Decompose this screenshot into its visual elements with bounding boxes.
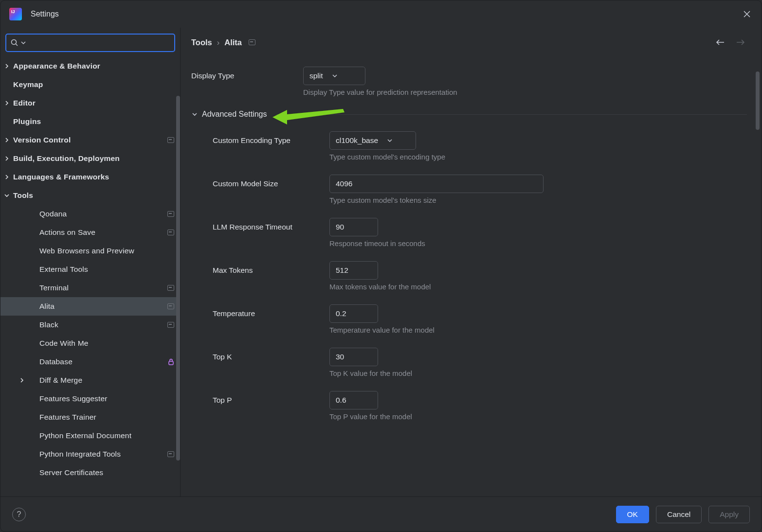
top-p-label: Top P (213, 396, 329, 405)
settings-form: Display Type split Display Type value fo… (181, 57, 762, 497)
sidebar-item-label: Python Integrated Tools (39, 450, 174, 459)
timeout-input[interactable] (329, 218, 378, 236)
breadcrumb-current: Alita (224, 38, 242, 47)
project-scope-icon (167, 230, 174, 235)
sidebar-item-languages-frameworks[interactable]: Languages & Frameworks (0, 168, 180, 186)
timeout-help: Response timeout in seconds (329, 239, 747, 248)
chevron-right-icon (4, 63, 10, 69)
sidebar-item-label: Plugins (13, 117, 174, 126)
breadcrumb-root: Tools (191, 38, 212, 47)
sidebar-item-tools[interactable]: Tools (0, 186, 180, 205)
window-title: Settings (31, 10, 59, 18)
nav-forward-button (734, 36, 747, 49)
sidebar-item-appearance-behavior[interactable]: Appearance & Behavior (0, 57, 180, 75)
sidebar-item-label: Database (39, 357, 164, 366)
sidebar-item-label: Black (39, 320, 174, 329)
sidebar-item-features-suggester[interactable]: Features Suggester (0, 390, 180, 408)
top-k-label: Top K (213, 353, 329, 361)
sidebar-item-label: Build, Execution, Deploymen (13, 154, 174, 163)
sidebar-item-alita[interactable]: Alita (0, 297, 180, 316)
sidebar-scrollbar[interactable] (176, 96, 180, 461)
project-scope-icon (167, 211, 174, 217)
chevron-down-icon (4, 193, 10, 198)
sidebar-item-editor[interactable]: Editor (0, 94, 180, 112)
svg-point-0 (12, 40, 17, 45)
sidebar-item-code-with-me[interactable]: Code With Me (0, 334, 180, 353)
nav-back-button[interactable] (714, 36, 726, 49)
display-type-value: split (309, 71, 323, 80)
sidebar-item-label: Version Control (13, 136, 174, 144)
max-tokens-help: Max tokens value for the model (329, 283, 747, 291)
sidebar-item-label: Python External Document (39, 431, 174, 440)
sidebar-item-label: Qodana (39, 210, 174, 218)
advanced-settings-header[interactable]: Advanced Settings (191, 110, 747, 119)
apply-button: Apply (708, 506, 750, 523)
sidebar-item-label: Alita (39, 302, 174, 311)
encoding-label: Custom Encoding Type (213, 136, 329, 145)
sidebar-item-plugins[interactable]: Plugins (0, 112, 180, 131)
top-k-input[interactable] (329, 348, 378, 366)
project-scope-icon (249, 39, 255, 45)
cancel-button[interactable]: Cancel (656, 506, 702, 523)
temperature-input[interactable] (329, 304, 378, 323)
sidebar-item-build-execution-deployment[interactable]: Build, Execution, Deploymen (0, 149, 180, 168)
titlebar: Settings (0, 0, 762, 28)
help-button[interactable]: ? (12, 508, 26, 521)
encoding-help: Type custom model's encoding type (329, 153, 747, 161)
project-scope-icon (167, 285, 174, 291)
app-icon (9, 8, 22, 20)
project-scope-icon (167, 322, 174, 328)
sidebar-item-label: Appearance & Behavior (13, 62, 174, 71)
sidebar-item-black[interactable]: Black (0, 316, 180, 334)
sidebar-item-label: Features Trainer (39, 413, 174, 422)
sidebar-item-label: Web Browsers and Preview (39, 247, 174, 255)
chevron-right-icon (4, 156, 10, 161)
search-input-container[interactable] (5, 34, 175, 52)
project-scope-icon (167, 303, 174, 309)
sidebar-item-actions-on-save[interactable]: Actions on Save (0, 223, 180, 242)
ok-button[interactable]: OK (616, 506, 649, 523)
settings-tree[interactable]: Appearance & BehaviorKeymapEditorPlugins… (0, 57, 180, 497)
sidebar-item-keymap[interactable]: Keymap (0, 75, 180, 94)
sidebar-item-version-control[interactable]: Version Control (0, 131, 180, 149)
chevron-right-icon: › (217, 38, 220, 47)
max-tokens-input[interactable] (329, 261, 378, 280)
sidebar-item-terminal[interactable]: Terminal (0, 279, 180, 297)
sidebar-item-diff-merge[interactable]: Diff & Merge (0, 371, 180, 390)
sidebar-item-python-integrated-tools[interactable]: Python Integrated Tools (0, 445, 180, 463)
arrow-right-icon (736, 39, 745, 46)
svg-rect-1 (169, 361, 173, 365)
sidebar-item-label: Editor (13, 99, 174, 107)
sidebar-item-label: Tools (13, 191, 174, 200)
display-type-label: Display Type (191, 71, 303, 80)
temperature-label: Temperature (213, 309, 329, 318)
sidebar-item-python-external-documentation[interactable]: Python External Document (0, 426, 180, 445)
encoding-select[interactable]: cl100k_base (329, 131, 416, 150)
top-p-input[interactable] (329, 391, 378, 409)
sidebar-item-features-trainer[interactable]: Features Trainer (0, 408, 180, 426)
model-size-input[interactable] (329, 175, 544, 193)
display-type-select[interactable]: split (303, 67, 365, 85)
search-icon (10, 38, 19, 47)
sidebar-item-web-browsers-and-preview[interactable]: Web Browsers and Preview (0, 242, 180, 260)
chevron-down-icon (21, 40, 26, 45)
chevron-right-icon (4, 137, 10, 143)
chevron-down-icon (387, 138, 393, 143)
display-type-help: Display Type value for prediction repres… (303, 88, 747, 96)
search-input[interactable] (28, 39, 170, 47)
sidebar-item-database[interactable]: Database (0, 353, 180, 371)
close-button[interactable] (740, 7, 754, 21)
model-size-label: Custom Model Size (213, 179, 329, 188)
chevron-down-icon (332, 73, 338, 79)
close-icon (744, 11, 750, 18)
sidebar-item-qodana[interactable]: Qodana (0, 205, 180, 223)
temperature-help: Temperature value for the model (329, 326, 747, 334)
top-k-help: Top K value for the model (329, 369, 747, 377)
encoding-value: cl100k_base (336, 136, 378, 145)
content-panel: Tools › Alita Display Type (181, 28, 762, 497)
content-scrollbar[interactable] (756, 71, 760, 130)
sidebar-item-label: Terminal (39, 284, 174, 292)
sidebar-item-label: Keymap (13, 80, 174, 89)
sidebar-item-server-certificates[interactable]: Server Certificates (0, 463, 180, 482)
sidebar-item-external-tools[interactable]: External Tools (0, 260, 180, 279)
